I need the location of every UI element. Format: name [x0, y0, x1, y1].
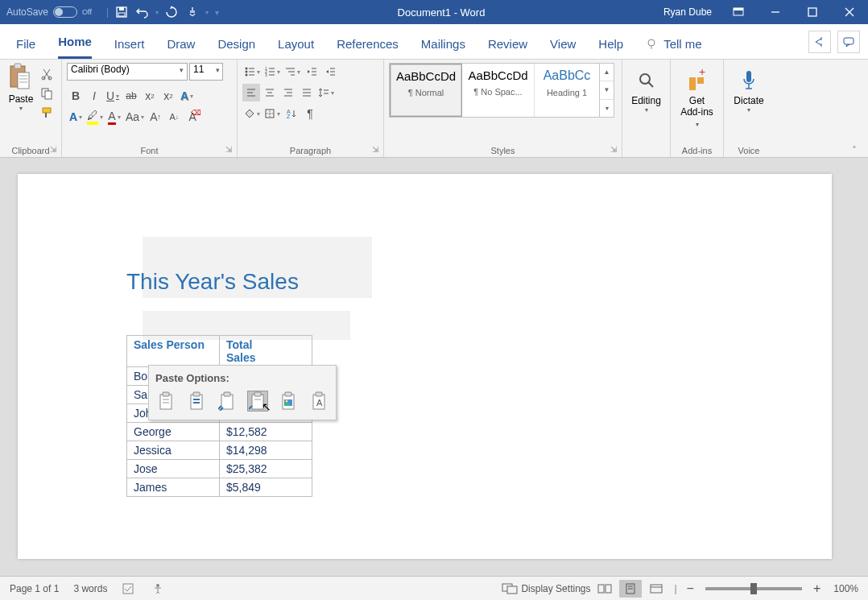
font-size-combo[interactable]: 11▾: [189, 63, 223, 81]
numbering-button[interactable]: 123: [262, 63, 282, 81]
zoom-in-button[interactable]: +: [810, 581, 824, 596]
style-heading1[interactable]: AaBbCc Heading 1: [535, 64, 599, 117]
show-hide-button[interactable]: ¶: [301, 105, 319, 122]
accessibility-button[interactable]: [151, 582, 165, 595]
paste-text-only-button[interactable]: A: [308, 391, 329, 412]
text-fill-effects-button[interactable]: A: [67, 108, 85, 126]
highlight-button[interactable]: 🖊: [85, 108, 105, 126]
justify-button[interactable]: [298, 84, 316, 101]
spellcheck-button[interactable]: [122, 582, 136, 595]
shading-button[interactable]: [242, 105, 262, 122]
styles-down-button[interactable]: ▼: [600, 81, 614, 99]
document-area[interactable]: This Year's Sales Sales Person TotalSale…: [0, 158, 868, 576]
group-clipboard: Paste ▾ Clipboard⇲: [0, 60, 62, 157]
change-case-button[interactable]: Aa: [124, 108, 146, 126]
user-name[interactable]: Ryan Dube: [655, 6, 720, 18]
paste-link-keep-source-button[interactable]: [217, 391, 238, 412]
touch-mode-button[interactable]: [183, 2, 202, 22]
zoom-level[interactable]: 100%: [827, 583, 858, 594]
font-color-button[interactable]: A: [105, 108, 123, 126]
tab-review[interactable]: Review: [488, 29, 527, 59]
tab-draw[interactable]: Draw: [167, 29, 195, 59]
display-settings-button[interactable]: Display Settings: [502, 583, 590, 594]
tab-design[interactable]: Design: [217, 29, 255, 59]
subscript-button[interactable]: x2: [141, 87, 159, 105]
editing-button[interactable]: Editing ▾: [627, 63, 665, 117]
undo-button[interactable]: [133, 2, 152, 22]
increase-indent-button[interactable]: [321, 63, 339, 81]
svg-text:A: A: [316, 398, 323, 408]
style-no-spacing[interactable]: AaBbCcDd ¶ No Spac...: [462, 64, 535, 117]
shrink-font-button[interactable]: A↓: [165, 108, 183, 126]
share-button[interactable]: [808, 31, 831, 53]
tab-references[interactable]: References: [337, 29, 399, 59]
tab-view[interactable]: View: [550, 29, 576, 59]
multilevel-list-button[interactable]: [283, 63, 302, 81]
page-indicator[interactable]: Page 1 of 1: [10, 583, 59, 594]
maximize-button[interactable]: [794, 0, 831, 24]
styles-up-button[interactable]: ▲: [600, 64, 614, 81]
redo-button[interactable]: [162, 2, 181, 22]
superscript-button[interactable]: x2: [159, 87, 177, 105]
ribbon-display-button[interactable]: [720, 0, 757, 24]
italic-button[interactable]: I: [85, 87, 103, 105]
styles-gallery[interactable]: AaBbCcDd ¶ Normal AaBbCcDd ¶ No Spac... …: [389, 63, 614, 118]
bold-button[interactable]: B: [67, 87, 85, 105]
copy-button[interactable]: [39, 85, 55, 101]
tab-home[interactable]: Home: [58, 27, 92, 59]
align-center-button[interactable]: [261, 84, 279, 101]
text-effects-button[interactable]: A: [178, 87, 196, 105]
comments-button[interactable]: [837, 31, 860, 53]
clipboard-launcher[interactable]: ⇲: [50, 145, 56, 154]
borders-button[interactable]: [262, 105, 282, 122]
align-left-button[interactable]: [242, 84, 260, 101]
page[interactable]: This Year's Sales Sales Person TotalSale…: [18, 174, 832, 559]
style-normal[interactable]: AaBbCcDd ¶ Normal: [390, 64, 462, 117]
paste-keep-source-button[interactable]: [155, 391, 176, 412]
tab-help[interactable]: Help: [598, 29, 623, 59]
tell-me-search[interactable]: Tell me: [646, 29, 702, 59]
font-name-combo[interactable]: Calibri (Body)▾: [67, 63, 188, 81]
grow-font-button[interactable]: A↑: [147, 108, 164, 126]
dictate-button[interactable]: Dictate ▾: [729, 63, 769, 117]
close-button[interactable]: [831, 0, 868, 24]
save-button[interactable]: [112, 2, 131, 22]
read-mode-button[interactable]: [593, 580, 616, 598]
styles-launcher[interactable]: ⇲: [610, 145, 617, 154]
clear-formatting-button[interactable]: A⌫: [184, 108, 201, 126]
sort-button[interactable]: AZ: [283, 105, 300, 122]
document-heading[interactable]: This Year's Sales: [126, 269, 299, 295]
font-launcher[interactable]: ⇲: [225, 145, 232, 154]
autosave-toggle[interactable]: AutoSave Off: [0, 6, 98, 18]
format-painter-button[interactable]: [39, 105, 55, 121]
group-voice: Dictate ▾ Voice: [724, 60, 774, 157]
zoom-out-button[interactable]: −: [684, 581, 697, 596]
align-right-button[interactable]: [279, 84, 297, 101]
print-layout-button[interactable]: [619, 580, 642, 598]
word-count[interactable]: 3 words: [73, 583, 107, 594]
paste-link-use-destination-button[interactable]: ↖: [247, 391, 268, 412]
paste-button[interactable]: Paste ▾: [5, 63, 37, 112]
decrease-indent-button[interactable]: [303, 63, 320, 81]
line-spacing-button[interactable]: [316, 84, 336, 101]
tab-insert[interactable]: Insert: [114, 29, 145, 59]
tab-layout[interactable]: Layout: [278, 29, 314, 59]
strikethrough-button[interactable]: ab: [122, 87, 140, 105]
paste-use-destination-button[interactable]: [186, 391, 207, 412]
paste-picture-button[interactable]: [278, 391, 299, 412]
bullets-button[interactable]: [242, 63, 262, 81]
cut-button[interactable]: [39, 66, 55, 82]
underline-button[interactable]: U: [104, 87, 122, 105]
collapse-ribbon-button[interactable]: ˄: [852, 145, 857, 568]
get-addins-button[interactable]: + Get Add-ins ▾: [676, 63, 718, 132]
table-header[interactable]: Sales Person: [127, 336, 220, 367]
table-header[interactable]: TotalSales: [220, 336, 312, 367]
group-font: Calibri (Body)▾ 11▾ B I U ab x2 x2 A A 🖊…: [62, 60, 238, 157]
web-layout-button[interactable]: [645, 580, 668, 598]
zoom-slider[interactable]: [705, 587, 802, 590]
paragraph-launcher[interactable]: ⇲: [372, 145, 378, 154]
tab-mailings[interactable]: Mailings: [421, 29, 465, 59]
tab-file[interactable]: File: [16, 29, 35, 59]
styles-more-button[interactable]: ▾: [600, 100, 614, 117]
minimize-button[interactable]: [757, 0, 794, 24]
